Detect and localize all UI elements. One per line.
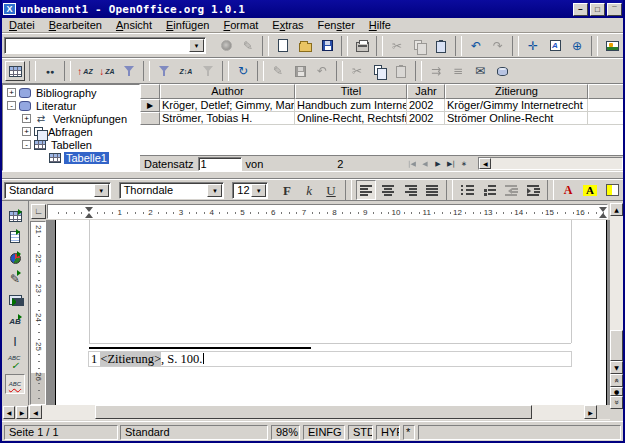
insert-icon[interactable] <box>5 206 25 226</box>
refresh-data-icon[interactable]: ↻ <box>233 61 253 81</box>
next-page-icon[interactable]: » <box>610 396 623 409</box>
align-justify-icon[interactable] <box>422 180 442 200</box>
column-header-zitierung[interactable]: Zitierung <box>445 84 588 99</box>
status-selection-mode[interactable]: STD <box>348 425 373 440</box>
menu-bearbeiten[interactable]: Bearbeiten <box>42 18 109 33</box>
copy-icon[interactable] <box>369 61 389 81</box>
paste-icon[interactable] <box>431 36 451 56</box>
citation-field[interactable]: <Zitierung> <box>100 352 161 366</box>
data-source-of-current-document-icon[interactable] <box>492 61 512 81</box>
vertical-scroll-thumb[interactable] <box>610 330 623 361</box>
cut-icon[interactable]: ✂ <box>347 61 367 81</box>
table-row[interactable]: ▶ Kröger, Detlef; Gimmy, Marc A Handbuch… <box>140 99 623 112</box>
scroll-left-icon[interactable]: ◀ <box>29 405 42 419</box>
save-document-icon[interactable] <box>317 36 337 56</box>
paragraph-background-icon[interactable] <box>602 180 622 200</box>
left-margin-marker[interactable] <box>85 207 93 218</box>
column-header-titel[interactable]: Titel <box>295 84 407 99</box>
horizontal-scroll-thumb[interactable] <box>95 405 532 419</box>
scroll-right-icon[interactable]: ▶ <box>584 405 597 419</box>
bullets-on-off-icon[interactable] <box>479 180 499 200</box>
table-row[interactable]: Strömer, Tobias H. Online-Recht, Rechtsf… <box>140 112 623 125</box>
column-header-author[interactable]: Author <box>160 84 295 99</box>
url-dropdown-arrow-icon[interactable]: ▼ <box>189 39 204 52</box>
vertical-ruler[interactable]: 212223242526 <box>30 221 46 405</box>
font-dropdown-arrow-icon[interactable]: ▼ <box>207 184 222 197</box>
first-record-icon[interactable]: |◀ <box>405 157 418 170</box>
last-record-icon[interactable]: ▶| <box>444 157 457 170</box>
font-color-icon[interactable]: A <box>558 180 578 200</box>
tree-item-literatur[interactable]: -Literatur <box>3 99 139 112</box>
title-bar[interactable]: X unbenannt1 - OpenOffice.org 1.0.1 −□¯ <box>0 0 625 18</box>
menu-fenster[interactable]: Fenster <box>311 18 362 33</box>
size-dropdown-arrow-icon[interactable]: ▼ <box>251 184 266 197</box>
paste-icon[interactable] <box>391 61 411 81</box>
align-right-icon[interactable] <box>400 180 420 200</box>
tab-type-selector[interactable]: ∟ <box>31 204 46 219</box>
find-record-icon[interactable] <box>40 61 60 81</box>
menu-ansicht[interactable]: Ansicht <box>109 18 159 33</box>
previous-page-icon[interactable]: « <box>610 374 623 387</box>
open-document-icon[interactable] <box>295 36 315 56</box>
cell-jahr[interactable]: 2002 <box>407 112 445 125</box>
current-record-marker[interactable]: ▶ <box>140 99 160 112</box>
save-record-icon[interactable] <box>290 61 310 81</box>
right-margin-marker[interactable] <box>599 207 607 218</box>
font-size-combobox[interactable]: 12 ▼ <box>232 182 268 199</box>
scroll-down-icon[interactable]: ▼ <box>610 361 623 374</box>
new-record-icon[interactable]: ∗ <box>457 157 470 170</box>
form-functions-icon[interactable] <box>5 290 25 310</box>
autofilter-icon[interactable] <box>119 61 139 81</box>
highlighting-icon[interactable]: A <box>580 180 600 200</box>
menu-format[interactable]: Format <box>216 18 265 33</box>
new-document-icon[interactable] <box>273 36 293 56</box>
undo-icon[interactable]: ↶ <box>466 36 486 56</box>
scroll-up-icon[interactable]: ▲ <box>610 203 623 216</box>
mail-merge-icon[interactable]: ✉ <box>470 61 490 81</box>
decrease-indent-icon[interactable] <box>501 180 521 200</box>
url-combobox[interactable]: ▼ <box>4 37 206 54</box>
sort-descending-icon[interactable] <box>97 61 117 81</box>
redo-icon[interactable]: ↷ <box>488 36 508 56</box>
sort-icon[interactable] <box>176 61 196 81</box>
previous-record-icon[interactable]: ◀ <box>418 157 431 170</box>
navigator-icon[interactable]: ✛ <box>523 36 543 56</box>
status-hyperlink-mode[interactable]: HYP <box>376 425 400 440</box>
cell-zitierung[interactable]: Kröger/Gimmy Internetrecht <box>445 99 588 112</box>
numbering-on-off-icon[interactable] <box>457 180 477 200</box>
style-dropdown-arrow-icon[interactable]: ▼ <box>94 184 109 197</box>
explorer-on-off-icon[interactable] <box>5 61 25 81</box>
draw-functions-icon[interactable]: ✎ <box>5 269 25 289</box>
data-to-text-icon[interactable]: ⇉ <box>426 61 446 81</box>
tree-item-verknüpfungen[interactable]: +Verknüpfungen <box>3 112 139 125</box>
autotext-icon[interactable] <box>5 311 25 331</box>
tree-item-bibliography[interactable]: +Bibliography <box>3 86 139 99</box>
header-selector[interactable] <box>140 84 160 99</box>
direct-cursor-icon[interactable]: I <box>5 332 25 352</box>
stop-loading-icon[interactable] <box>216 36 236 56</box>
menu-extras[interactable]: Extras <box>265 18 310 33</box>
insert-object-icon[interactable] <box>5 248 25 268</box>
cut-icon[interactable]: ✂ <box>387 36 407 56</box>
tree-item-tabellen[interactable]: -Tabellen <box>3 138 139 151</box>
url-input[interactable] <box>5 45 189 47</box>
cell-titel[interactable]: Handbuch zum Internetre <box>295 99 407 112</box>
record-number-input[interactable] <box>198 157 242 171</box>
increase-indent-icon[interactable] <box>523 180 543 200</box>
scroll-left-icon[interactable]: ◀ <box>479 158 491 169</box>
gallery-icon[interactable] <box>602 36 622 56</box>
record-scrollbar[interactable]: ◀ <box>478 157 623 170</box>
hyperlink-dialog-icon[interactable]: ⊕ <box>567 36 587 56</box>
auto-spellcheck-icon[interactable] <box>5 374 25 394</box>
font-name-combobox[interactable]: Thorndale ▼ <box>119 182 225 199</box>
print-document-icon[interactable] <box>352 36 372 56</box>
edit-data-icon[interactable]: ✎ <box>268 61 288 81</box>
collapse-icon[interactable]: - <box>7 101 16 110</box>
cell-jahr[interactable]: 2002 <box>407 99 445 112</box>
shade-button[interactable]: ¯ <box>607 3 622 16</box>
cell-titel[interactable]: Online-Recht, Rechtsfrag <box>295 112 407 125</box>
cell-author[interactable]: Kröger, Detlef; Gimmy, Marc A <box>160 99 295 112</box>
column-header-jahr[interactable]: Jahr <box>407 84 445 99</box>
maximize-button[interactable]: □ <box>590 3 605 16</box>
remove-filter-sort-icon[interactable] <box>198 61 218 81</box>
